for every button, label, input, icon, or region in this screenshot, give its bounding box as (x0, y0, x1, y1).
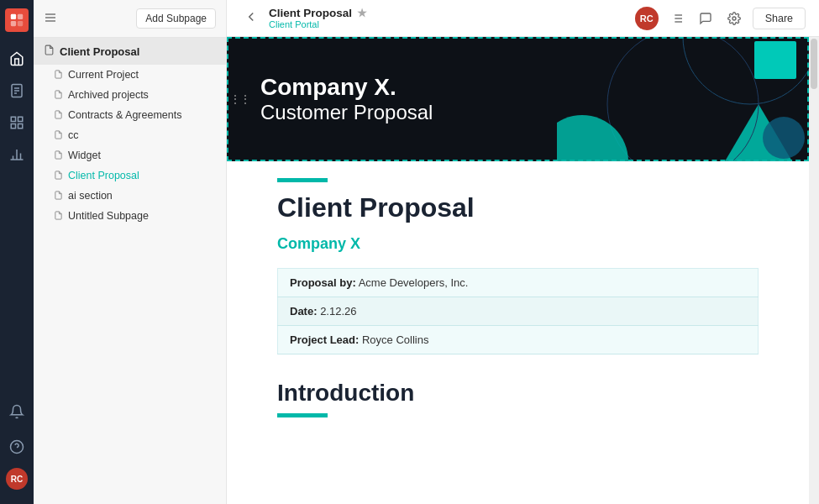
sidebar: Add Subpage Client Proposal Current Proj… (34, 0, 227, 504)
sidebar-item-contracts[interactable]: Contracts & Agreements (34, 105, 226, 125)
nav-page-icon-4 (54, 150, 63, 161)
sidebar-doc-title: Client Proposal (60, 45, 139, 58)
nav-page-icon-6 (54, 191, 63, 202)
svg-point-31 (763, 117, 805, 159)
topbar-title: Client Proposal ★ (269, 7, 367, 19)
doc-page-icon (44, 45, 55, 58)
list-view-icon[interactable] (667, 8, 687, 29)
drag-handle[interactable]: ⋮⋮ (230, 93, 250, 105)
date-label: Date: (290, 305, 318, 318)
document-area[interactable]: ⋮⋮ (227, 37, 809, 504)
sidebar-item-archived-projects[interactable]: Archived projects (34, 85, 226, 105)
app-logo[interactable] (5, 8, 29, 32)
grid-icon[interactable] (3, 109, 30, 136)
nav-page-icon-1 (54, 90, 63, 101)
icon-rail: RC (0, 0, 34, 504)
table-cell-date: Date: 2.12.26 (278, 297, 759, 326)
sidebar-item-ai-section[interactable]: ai section (34, 186, 226, 206)
sidebar-item-label-5: Client Proposal (68, 170, 139, 181)
user-avatar[interactable]: RC (635, 7, 659, 30)
table-row-lead: Project Lead: Royce Collins (278, 326, 759, 354)
main-area: Client Proposal ★ Client Portal RC (227, 0, 819, 504)
banner-graphic: Company X. Customer Proposal (227, 37, 809, 161)
add-subpage-button[interactable]: Add Subpage (136, 8, 216, 29)
sidebar-item-cc[interactable]: cc (34, 125, 226, 145)
nav-page-icon-0 (54, 70, 63, 81)
topbar: Client Proposal ★ Client Portal RC (227, 0, 819, 37)
doc-content: Client Proposal Company X Proposal by: A… (227, 161, 809, 451)
scrollbar-area[interactable] (809, 37, 819, 504)
share-button[interactable]: Share (753, 8, 806, 29)
sidebar-item-label-6: ai section (68, 190, 113, 202)
proposal-label: Proposal by: (290, 276, 356, 289)
user-avatar-icon[interactable]: RC (3, 465, 30, 492)
comment-icon[interactable] (696, 8, 716, 29)
sidebar-item-untitled-subpage[interactable]: Untitled Subpage (34, 206, 226, 226)
back-button[interactable] (240, 6, 262, 31)
home-icon[interactable] (3, 45, 30, 72)
svg-point-33 (557, 115, 628, 161)
svg-rect-8 (11, 117, 15, 121)
svg-rect-9 (18, 117, 23, 121)
sidebar-item-current-project[interactable]: Current Project (34, 65, 226, 85)
sidebar-current-doc[interactable]: Client Proposal (34, 38, 226, 65)
nav-page-icon-3 (54, 130, 63, 141)
help-icon[interactable] (3, 433, 30, 460)
nav-page-icon-2 (54, 110, 63, 121)
banner-company-text: Company X. (260, 74, 433, 101)
avatar-initials: RC (640, 13, 654, 24)
sidebar-header: Add Subpage (34, 0, 226, 38)
doc-banner: ⋮⋮ (227, 37, 809, 161)
topbar-actions: RC (635, 7, 806, 30)
sidebar-nav-list: Current Project Archived projects Contra… (34, 65, 226, 226)
nav-page-icon-5 (54, 171, 63, 181)
table-cell-proposal: Proposal by: Acme Developers, Inc. (278, 269, 759, 297)
bell-icon[interactable] (3, 398, 30, 425)
svg-point-27 (732, 17, 736, 20)
doc-accent-bar (277, 178, 328, 182)
table-cell-lead: Project Lead: Royce Collins (278, 326, 759, 354)
sidebar-item-label-1: Archived projects (68, 89, 149, 101)
doc-intro-title: Introduction (277, 380, 759, 407)
doc-info-table: Proposal by: Acme Developers, Inc. Date:… (277, 268, 759, 354)
svg-rect-30 (754, 41, 796, 79)
banner-text-area: Company X. Customer Proposal (227, 74, 466, 124)
docs-icon[interactable] (3, 77, 30, 104)
lead-label: Project Lead: (290, 333, 359, 346)
svg-rect-10 (11, 124, 15, 129)
doc-main-title: Client Proposal (277, 192, 759, 223)
table-row-date: Date: 2.12.26 (278, 297, 759, 326)
doc-company-name: Company X (277, 235, 759, 253)
topbar-title-area: Client Proposal ★ Client Portal (269, 7, 367, 29)
sidebar-item-label-0: Current Project (68, 69, 139, 81)
nav-page-icon-7 (54, 211, 63, 222)
scrollbar-thumb[interactable] (811, 39, 817, 89)
svg-rect-0 (11, 14, 16, 19)
sidebar-item-client-proposal[interactable]: Client Proposal (34, 165, 226, 186)
sidebar-item-label-3: cc (68, 129, 79, 141)
sidebar-item-label-4: Widget (68, 150, 101, 161)
sidebar-item-widget[interactable]: Widget (34, 145, 226, 165)
table-row-proposal: Proposal by: Acme Developers, Inc. (278, 269, 759, 297)
sidebar-item-label-2: Contracts & Agreements (68, 109, 181, 121)
doc-section-accent-bar (277, 413, 328, 417)
svg-point-32 (607, 37, 759, 161)
sidebar-item-label-7: Untitled Subpage (68, 210, 149, 222)
sidebar-toggle-icon[interactable] (44, 11, 57, 27)
svg-rect-3 (18, 21, 23, 26)
banner-subtitle-text: Customer Proposal (260, 101, 433, 124)
chart-icon[interactable] (3, 141, 30, 168)
lead-value: Royce Collins (362, 333, 428, 346)
topbar-title-text: Client Proposal (269, 7, 352, 19)
svg-rect-11 (18, 124, 23, 129)
date-value: 2.12.26 (320, 305, 356, 318)
svg-rect-2 (11, 21, 16, 26)
favorite-star-icon[interactable]: ★ (357, 7, 367, 19)
proposal-value: Acme Developers, Inc. (359, 276, 469, 289)
settings-icon[interactable] (724, 8, 744, 29)
topbar-subtitle: Client Portal (269, 19, 367, 29)
svg-rect-1 (18, 14, 23, 19)
content-area: ⋮⋮ (227, 37, 819, 504)
